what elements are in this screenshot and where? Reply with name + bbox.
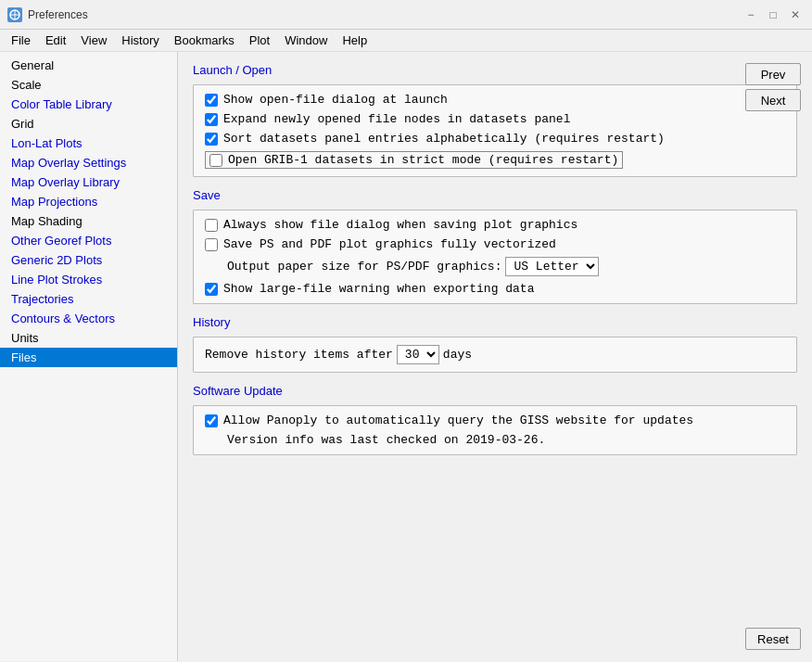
label-always-show-file-dialog: Always show file dialog when saving plot… [223,218,577,232]
version-info: Version info was last checked on 2019-03… [205,433,785,447]
label-show-large-file: Show large-file warning when exporting d… [223,282,534,296]
days-select[interactable]: 307146090 [397,345,439,364]
save-header: Save [193,188,797,202]
menu-item-file[interactable]: File [4,32,38,49]
sidebar-item-map-projections[interactable]: Map Projections [0,192,177,211]
menu-item-window[interactable]: Window [277,32,335,49]
checkbox-show-open-file[interactable] [205,94,218,107]
sidebar-item-units[interactable]: Units [0,328,177,348]
menu-bar: FileEditViewHistoryBookmarksPlotWindowHe… [0,30,812,52]
checkbox-allow-panoply[interactable] [205,414,218,427]
reset-button[interactable]: Reset [745,628,801,650]
checkbox-expand-nodes[interactable] [205,113,218,126]
checkbox-sort-datasets[interactable] [205,133,218,146]
launch-open-header: Launch / Open [193,63,797,77]
next-button[interactable]: Next [745,89,801,111]
app-icon [7,7,22,22]
checkbox-save-ps-pdf[interactable] [205,238,218,251]
launch-open-section: Show open-file dialog at launchExpand ne… [193,84,797,177]
sidebar-item-color-table-library[interactable]: Color Table Library [0,95,177,114]
checkbox-always-show-file-dialog[interactable] [205,219,218,232]
sidebar-item-line-plot-strokes[interactable]: Line Plot Strokes [0,270,177,289]
sidebar-item-grid[interactable]: Grid [0,114,177,134]
sidebar-item-map-shading[interactable]: Map Shading [0,211,177,231]
sidebar-item-map-overlay-settings[interactable]: Map Overlay Settings [0,153,177,172]
checkbox-row-expand-nodes: Expand newly opened file nodes in datase… [205,112,785,126]
checkbox-row-always-show-file-dialog: Always show file dialog when saving plot… [205,218,785,232]
nav-buttons: Prev Next [745,63,801,111]
window-title: Preferences [28,8,742,21]
menu-item-bookmarks[interactable]: Bookmarks [167,32,242,49]
menu-item-plot[interactable]: Plot [242,32,277,49]
software-update-section: Allow Panoply to automatically query the… [193,405,797,455]
checkbox-row-save-ps-pdf: Save PS and PDF plot graphics fully vect… [205,237,785,251]
output-paper-select[interactable]: US LetterA4Legal [505,257,599,276]
checkbox-row-sort-datasets: Sort datasets panel entries alphabetical… [205,132,785,146]
history-section: Remove history items after 307146090 day… [193,337,797,373]
right-panel: Launch / Open Show open-file dialog at l… [178,52,812,661]
checkbox-row-show-open-file: Show open-file dialog at launch [205,93,785,107]
checkbox-row-show-large-file: Show large-file warning when exporting d… [205,282,785,296]
checkbox-open-grib[interactable] [209,154,222,167]
sidebar-item-files[interactable]: Files [0,348,177,367]
sidebar-item-lon-lat-plots[interactable]: Lon-Lat Plots [0,134,177,153]
sidebar: GeneralScaleColor Table LibraryGridLon-L… [0,52,178,661]
sidebar-item-general[interactable]: General [0,56,177,75]
remove-history-label: Remove history items after [205,348,393,362]
window-controls: − □ ✕ [742,6,805,24]
sidebar-item-contours-vectors[interactable]: Contours & Vectors [0,309,177,328]
menu-item-view[interactable]: View [73,32,114,49]
close-button[interactable]: ✕ [786,6,805,24]
prev-button[interactable]: Prev [745,63,801,85]
title-bar: Preferences − □ ✕ [0,0,812,30]
checkbox-label-expand-nodes[interactable]: Expand newly opened file nodes in datase… [223,112,570,126]
label-save-ps-pdf: Save PS and PDF plot graphics fully vect… [223,237,556,251]
main-content: GeneralScaleColor Table LibraryGridLon-L… [0,52,812,661]
checkbox-label-sort-datasets[interactable]: Sort datasets panel entries alphabetical… [223,132,665,146]
sidebar-item-other-georef-plots[interactable]: Other Georef Plots [0,231,177,250]
allow-panoply-row: Allow Panoply to automatically query the… [205,414,785,427]
sidebar-item-generic-2d-plots[interactable]: Generic 2D Plots [0,250,177,270]
checkbox-label-show-open-file[interactable]: Show open-file dialog at launch [223,93,448,107]
menu-item-history[interactable]: History [114,32,166,49]
checkbox-label-open-grib[interactable]: Open GRIB-1 datasets in strict mode (req… [228,153,618,167]
menu-item-edit[interactable]: Edit [38,32,73,49]
history-row: Remove history items after 307146090 day… [205,345,785,364]
days-label: days [443,348,472,362]
maximize-button[interactable]: □ [764,6,782,24]
allow-panoply-label: Allow Panoply to automatically query the… [223,414,693,427]
menu-item-help[interactable]: Help [335,32,374,49]
minimize-button[interactable]: − [742,6,760,24]
software-update-header: Software Update [193,384,797,398]
sidebar-item-map-overlay-library[interactable]: Map Overlay Library [0,172,177,192]
output-paper-label: Output paper size for PS/PDF graphics: [227,260,501,274]
checkbox-row-open-grib: Open GRIB-1 datasets in strict mode (req… [205,151,785,169]
history-header: History [193,315,797,329]
save-section: Always show file dialog when saving plot… [193,210,797,304]
sidebar-item-trajectories[interactable]: Trajectories [0,289,177,309]
checkbox-show-large-file[interactable] [205,283,218,296]
sidebar-item-scale[interactable]: Scale [0,75,177,95]
output-paper-row: Output paper size for PS/PDF graphics:US… [205,257,785,276]
